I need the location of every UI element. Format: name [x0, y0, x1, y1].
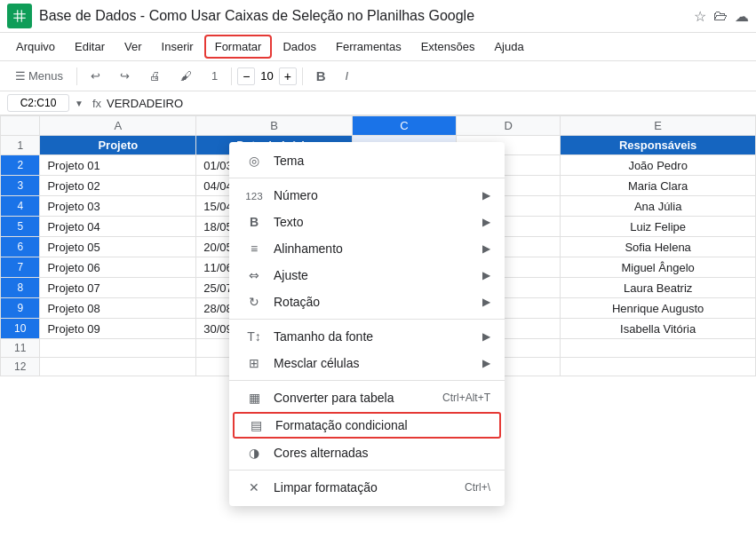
col-header-b[interactable]: B	[196, 116, 353, 136]
cell-a[interactable]: Projeto	[40, 136, 196, 155]
col-header-c[interactable]: C	[352, 116, 456, 136]
cell-a[interactable]: Projeto 03	[40, 196, 196, 217]
toolbar: ☰ Menus ↩ ↪ 🖨 🖌 1 − 10 + B I	[0, 61, 756, 91]
menu-inserir[interactable]: Inserir	[153, 36, 203, 57]
menu-item-numero[interactable]: 123Número▶	[229, 182, 505, 209]
cell-e[interactable]: Maria Clara	[561, 176, 756, 196]
menu-dados[interactable]: Dados	[274, 36, 325, 57]
menu-item-label-limpar: Limpar formatação	[274, 480, 465, 494]
cell-reference[interactable]: C2:C10	[7, 94, 69, 112]
cloud-icon[interactable]: ☁	[735, 8, 749, 25]
menu-item-converter[interactable]: ▦Converter para tabelaCtrl+Alt+T	[229, 384, 505, 411]
menu-item-tema[interactable]: ◎Tema	[229, 147, 505, 174]
row-number: 10	[1, 319, 40, 339]
limpar-icon: ✕	[243, 480, 265, 494]
cell-a[interactable]: Projeto 04	[40, 217, 196, 237]
menu-item-tamanho[interactable]: T↕Tamanho da fonte▶	[229, 323, 505, 350]
menu-arrow-texto: ▶	[482, 216, 490, 228]
menu-item-label-alinhamento: Alinhamento	[274, 241, 482, 256]
menu-bar: Arquivo Editar Ver Inserir Formatar Dado…	[0, 33, 756, 61]
menu-item-label-mesclar: Mesclar células	[274, 356, 482, 370]
row-number: 2	[1, 155, 40, 176]
menu-item-alinhamento[interactable]: ≡Alinhamento▶	[229, 235, 505, 262]
menu-item-label-ajuste: Ajuste	[274, 268, 482, 282]
row-number: 11	[1, 339, 40, 358]
menu-divider	[229, 319, 505, 320]
menu-item-label-cores-alternadas: Cores alternadas	[274, 446, 490, 460]
numero-icon: 123	[243, 188, 265, 202]
format-dropdown-menu[interactable]: ◎Tema123Número▶BTexto▶≡Alinhamento▶⇔Ajus…	[229, 142, 505, 506]
cell-e[interactable]: Luiz Felipe	[561, 217, 756, 237]
print-button[interactable]: 🖨	[141, 65, 169, 87]
app-icon	[7, 4, 32, 28]
rotacao-icon: ↻	[243, 295, 265, 309]
font-size-increase[interactable]: +	[279, 67, 297, 85]
menu-arrow-rotacao: ▶	[482, 296, 490, 308]
tema-icon: ◎	[243, 154, 265, 168]
formula-input[interactable]	[107, 97, 749, 110]
menu-arrow-alinhamento: ▶	[482, 242, 490, 255]
row-number: 7	[1, 257, 40, 278]
corner-cell	[1, 116, 40, 136]
cell-a[interactable]: Projeto 09	[40, 319, 196, 339]
menu-divider	[229, 470, 505, 471]
cell-e[interactable]: Sofia Helena	[561, 237, 756, 257]
cell-a[interactable]	[40, 339, 196, 358]
menu-formatar[interactable]: Formatar	[204, 35, 273, 59]
menu-ferramentas[interactable]: Ferramentas	[327, 36, 410, 57]
bold-button[interactable]: B	[308, 64, 334, 88]
toolbar-sep-2	[231, 67, 232, 85]
cell-e[interactable]: João Pedro	[561, 155, 756, 176]
cell-e[interactable]: Laura Beatriz	[561, 278, 756, 298]
cell-a[interactable]: Projeto 08	[40, 298, 196, 319]
font-size-decrease[interactable]: −	[237, 67, 255, 85]
col-header-e[interactable]: E	[561, 116, 756, 136]
menu-item-label-converter: Converter para tabela	[274, 391, 442, 405]
italic-button[interactable]: I	[338, 65, 357, 87]
menu-item-texto[interactable]: BTexto▶	[229, 209, 505, 235]
menu-extensoes[interactable]: Extensões	[412, 36, 484, 57]
cell-e[interactable]: Miguel Ângelo	[561, 257, 756, 278]
cell-a[interactable]: Projeto 05	[40, 237, 196, 257]
tamanho-icon: T↕	[243, 329, 265, 344]
menu-ver[interactable]: Ver	[115, 36, 151, 57]
menu-arquivo[interactable]: Arquivo	[7, 36, 64, 57]
menu-arrow-ajuste: ▶	[482, 269, 490, 281]
menus-button[interactable]: ☰ Menus	[7, 65, 71, 87]
menu-item-limpar[interactable]: ✕Limpar formataçãoCtrl+\	[229, 474, 505, 501]
cell-a[interactable]	[40, 358, 196, 376]
cell-e[interactable]: Isabella Vitória	[561, 319, 756, 339]
cell-e[interactable]: Responsáveis	[561, 136, 756, 155]
cell-a[interactable]: Projeto 06	[40, 257, 196, 278]
star-icon[interactable]: ☆	[694, 8, 706, 25]
redo-button[interactable]: ↪	[112, 65, 138, 87]
cell-a[interactable]: Projeto 01	[40, 155, 196, 176]
mesclar-icon: ⊞	[243, 356, 265, 370]
menu-item-mesclar[interactable]: ⊞Mesclar células▶	[229, 350, 505, 376]
menu-editar[interactable]: Editar	[66, 36, 114, 57]
menu-item-cores-alternadas[interactable]: ◑Cores alternadas	[229, 439, 505, 466]
row-number: 5	[1, 217, 40, 237]
menu-divider	[229, 178, 505, 178]
menu-item-rotacao[interactable]: ↻Rotação▶	[229, 289, 505, 315]
cell-e[interactable]	[561, 339, 756, 358]
cell-e[interactable]: Henrique Augusto	[561, 298, 756, 319]
converter-icon: ▦	[243, 391, 265, 405]
cell-e[interactable]: Ana Júlia	[561, 196, 756, 217]
menu-ajuda[interactable]: Ajuda	[485, 36, 532, 57]
menu-shortcut-limpar: Ctrl+\	[465, 481, 490, 494]
formula-bar: C2:C10 ▼ fx	[0, 91, 756, 115]
undo-button[interactable]: ↩	[83, 65, 108, 87]
folder-icon[interactable]: 🗁	[713, 8, 728, 24]
menu-item-formatacao-condicional[interactable]: ▤Formatação condicional	[233, 412, 501, 439]
menu-divider	[229, 380, 505, 381]
col-header-d[interactable]: D	[457, 116, 561, 136]
cell-a[interactable]: Projeto 07	[40, 278, 196, 298]
col-header-a[interactable]: A	[40, 116, 196, 136]
paint-format-button[interactable]: 🖌	[172, 65, 200, 87]
cell-e[interactable]	[561, 358, 756, 376]
zoom-button[interactable]: 1	[203, 65, 226, 87]
font-size-value: 10	[260, 69, 273, 83]
cell-a[interactable]: Projeto 02	[40, 176, 196, 196]
menu-item-ajuste[interactable]: ⇔Ajuste▶	[229, 262, 505, 289]
